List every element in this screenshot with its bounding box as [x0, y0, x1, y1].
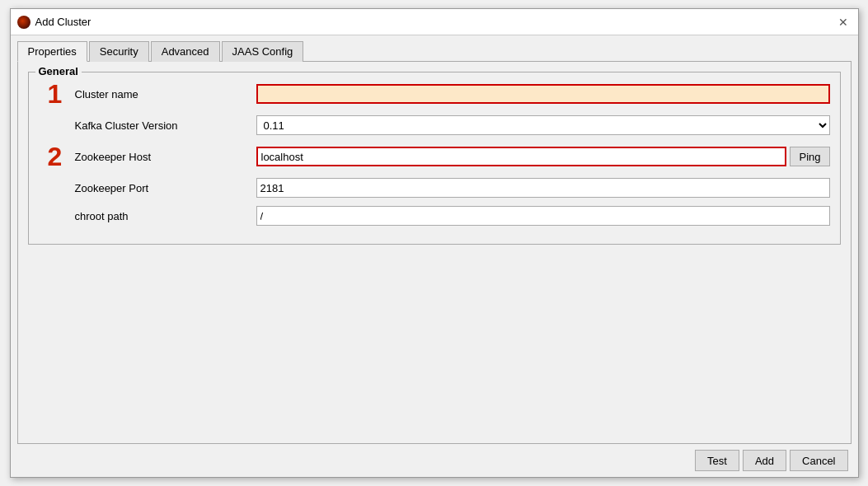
test-button[interactable]: Test: [695, 450, 739, 471]
close-button[interactable]: ✕: [835, 14, 852, 30]
dialog-title: Add Cluster: [35, 16, 91, 28]
field-row-cluster-name: 1 Cluster name: [39, 81, 830, 107]
kafka-version-select[interactable]: 0.11 1.0 1.1 2.0: [256, 115, 830, 135]
tabs-bar: Properties Security Advanced JAAS Config: [11, 35, 858, 61]
chroot-path-input[interactable]: [256, 206, 830, 226]
title-bar-left: Add Cluster: [17, 16, 91, 29]
field-row-zookeeper-port: Zookeeper Port: [39, 178, 830, 198]
zookeeper-port-label: Zookeeper Port: [75, 182, 256, 194]
kafka-version-wrapper: 0.11 1.0 1.1 2.0: [256, 115, 830, 135]
title-bar: Add Cluster ✕: [11, 9, 858, 35]
general-legend: General: [35, 65, 82, 77]
zookeeper-port-input[interactable]: [256, 178, 830, 198]
step-1-number: 1: [39, 81, 72, 107]
ping-button[interactable]: Ping: [790, 147, 829, 166]
zookeeper-host-label: Zookeeper Host: [75, 151, 256, 163]
cluster-name-input[interactable]: [256, 84, 830, 104]
kafka-version-label: Kafka Cluster Version: [75, 119, 256, 132]
app-icon: [17, 16, 30, 29]
step-2-number: 2: [39, 143, 72, 170]
chroot-path-label: chroot path: [75, 210, 256, 222]
tab-content-properties: General 1 Cluster name Kafka Cluster Ver…: [17, 61, 852, 444]
zookeeper-host-input-group: Ping: [256, 147, 830, 166]
cluster-name-label: Cluster name: [75, 88, 256, 100]
field-row-chroot-path: chroot path: [39, 206, 830, 226]
tab-jaas-config[interactable]: JAAS Config: [222, 41, 304, 62]
cancel-button[interactable]: Cancel: [790, 450, 847, 471]
tab-advanced[interactable]: Advanced: [151, 41, 220, 62]
add-button[interactable]: Add: [743, 450, 786, 471]
zookeeper-host-input[interactable]: [256, 147, 787, 166]
field-row-kafka-version: Kafka Cluster Version 0.11 1.0 1.1 2.0: [39, 115, 830, 135]
general-group: General 1 Cluster name Kafka Cluster Ver…: [28, 72, 841, 245]
field-row-zookeeper-host: 2 Zookeeper Host Ping: [39, 143, 830, 170]
add-cluster-dialog: Add Cluster ✕ Properties Security Advanc…: [10, 8, 859, 478]
tab-properties[interactable]: Properties: [17, 41, 87, 62]
bottom-bar: Test Add Cancel: [11, 444, 858, 477]
tab-security[interactable]: Security: [89, 41, 149, 62]
